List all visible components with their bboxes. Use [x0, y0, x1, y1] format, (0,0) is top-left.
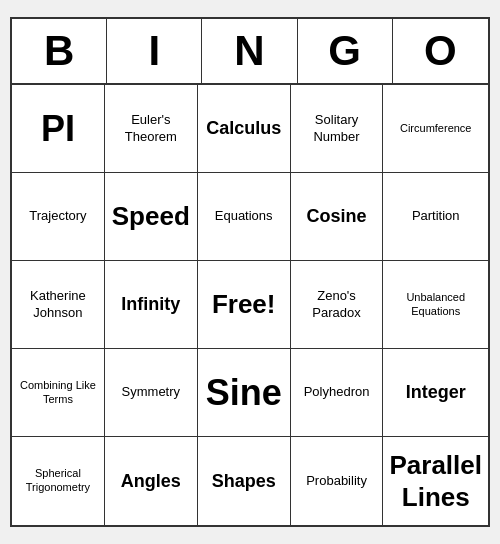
bingo-cell-r4-c0: Spherical Trigonometry — [12, 437, 105, 525]
bingo-cell-r0-c3: Solitary Number — [291, 85, 384, 173]
cell-text: Partition — [412, 208, 460, 224]
cell-text: Calculus — [206, 117, 281, 140]
cell-text: Infinity — [121, 293, 180, 316]
cell-text: Sine — [206, 370, 282, 415]
cell-text: Speed — [112, 200, 190, 233]
cell-text: Parallel Lines — [389, 449, 482, 514]
cell-text: Spherical Trigonometry — [18, 467, 98, 495]
header-letter-o: O — [393, 19, 488, 83]
header-letter-g: G — [298, 19, 393, 83]
cell-text: Shapes — [212, 470, 276, 493]
bingo-cell-r4-c4: Parallel Lines — [383, 437, 488, 525]
cell-text: Cosine — [307, 205, 367, 228]
cell-text: Integer — [406, 381, 466, 404]
cell-text: Probability — [306, 473, 367, 489]
cell-text: Equations — [215, 208, 273, 224]
bingo-cell-r2-c2: Free! — [198, 261, 291, 349]
bingo-cell-r3-c2: Sine — [198, 349, 291, 437]
header-letter-n: N — [202, 19, 297, 83]
bingo-grid: PIEuler's TheoremCalculusSolitary Number… — [12, 85, 488, 525]
bingo-cell-r4-c3: Probability — [291, 437, 384, 525]
cell-text: Circumference — [400, 122, 472, 136]
cell-text: Euler's Theorem — [111, 112, 191, 145]
cell-text: Free! — [212, 288, 276, 321]
cell-text: Katherine Johnson — [18, 288, 98, 321]
bingo-cell-r4-c1: Angles — [105, 437, 198, 525]
bingo-cell-r1-c3: Cosine — [291, 173, 384, 261]
bingo-cell-r2-c0: Katherine Johnson — [12, 261, 105, 349]
bingo-cell-r2-c1: Infinity — [105, 261, 198, 349]
cell-text: Solitary Number — [297, 112, 377, 145]
header-letter-b: B — [12, 19, 107, 83]
bingo-header: BINGO — [12, 19, 488, 85]
bingo-card: BINGO PIEuler's TheoremCalculusSolitary … — [10, 17, 490, 527]
bingo-cell-r1-c1: Speed — [105, 173, 198, 261]
cell-text: Angles — [121, 470, 181, 493]
bingo-cell-r0-c4: Circumference — [383, 85, 488, 173]
cell-text: Combining Like Terms — [18, 379, 98, 407]
cell-text: Symmetry — [122, 384, 181, 400]
bingo-cell-r0-c0: PI — [12, 85, 105, 173]
cell-text: Polyhedron — [304, 384, 370, 400]
bingo-cell-r3-c0: Combining Like Terms — [12, 349, 105, 437]
bingo-cell-r0-c1: Euler's Theorem — [105, 85, 198, 173]
cell-text: Zeno's Paradox — [297, 288, 377, 321]
header-letter-i: I — [107, 19, 202, 83]
bingo-cell-r4-c2: Shapes — [198, 437, 291, 525]
bingo-cell-r0-c2: Calculus — [198, 85, 291, 173]
bingo-cell-r1-c2: Equations — [198, 173, 291, 261]
bingo-cell-r1-c0: Trajectory — [12, 173, 105, 261]
bingo-cell-r3-c1: Symmetry — [105, 349, 198, 437]
cell-text: PI — [41, 106, 75, 151]
bingo-cell-r1-c4: Partition — [383, 173, 488, 261]
bingo-cell-r3-c3: Polyhedron — [291, 349, 384, 437]
cell-text: Unbalanced Equations — [389, 291, 482, 319]
cell-text: Trajectory — [29, 208, 86, 224]
bingo-cell-r3-c4: Integer — [383, 349, 488, 437]
bingo-cell-r2-c3: Zeno's Paradox — [291, 261, 384, 349]
bingo-cell-r2-c4: Unbalanced Equations — [383, 261, 488, 349]
